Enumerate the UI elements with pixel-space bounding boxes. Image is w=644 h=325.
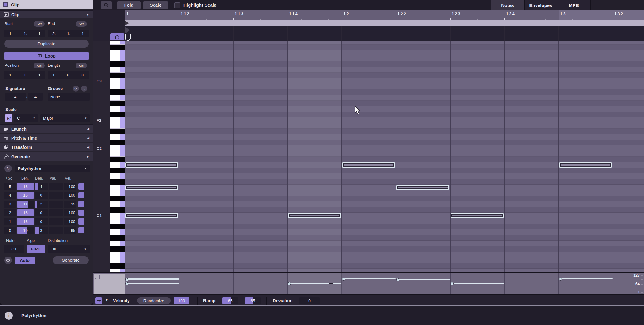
loop-bar[interactable] bbox=[125, 20, 644, 26]
black-key[interactable] bbox=[110, 246, 125, 252]
deviation-field[interactable]: 0 bbox=[299, 297, 320, 304]
velocity-ramp-line[interactable] bbox=[126, 279, 179, 280]
preview-button[interactable] bbox=[110, 33, 124, 40]
velocity-ramp-line[interactable] bbox=[560, 278, 613, 279]
white-key[interactable] bbox=[110, 50, 125, 56]
velocity-cell[interactable]: 100 bbox=[64, 183, 76, 190]
velocity-cell[interactable]: 100 bbox=[64, 209, 76, 216]
velocity-marker[interactable] bbox=[125, 282, 128, 285]
highlight-scale-checkbox[interactable] bbox=[174, 2, 180, 8]
velocity-ramp-line[interactable] bbox=[289, 283, 341, 284]
variation-cell[interactable] bbox=[49, 183, 63, 190]
velocity-cell[interactable]: 65 bbox=[64, 227, 76, 234]
white-key[interactable] bbox=[110, 241, 125, 246]
auto-toggle[interactable]: Auto bbox=[15, 257, 35, 264]
tab-notes[interactable]: Notes bbox=[491, 0, 524, 10]
black-key[interactable] bbox=[110, 157, 125, 162]
ramp-end-field[interactable]: 65 bbox=[245, 297, 261, 304]
end-set-button[interactable]: Set bbox=[76, 21, 87, 27]
piano-keyboard[interactable] bbox=[110, 41, 125, 272]
clip-window-tab[interactable]: Clip bbox=[0, 0, 93, 9]
length-slider[interactable]: 16 bbox=[17, 218, 34, 225]
black-key[interactable] bbox=[110, 235, 125, 241]
white-key[interactable] bbox=[110, 41, 125, 45]
density-slider[interactable]: 0 bbox=[35, 192, 48, 199]
duplicate-button[interactable]: Duplicate bbox=[4, 40, 89, 48]
velocity-lane[interactable]: 127641 bbox=[93, 272, 644, 294]
black-key[interactable] bbox=[110, 179, 125, 185]
density-slider[interactable]: 0 bbox=[35, 209, 48, 216]
white-key[interactable] bbox=[110, 269, 125, 272]
scale-accidentals-icon[interactable]: ♭♯ bbox=[5, 114, 12, 122]
variation-cell[interactable] bbox=[49, 218, 63, 225]
sd-cell[interactable]: 4 bbox=[4, 192, 16, 199]
lane-select-chevron-icon[interactable]: ▼ bbox=[105, 298, 108, 302]
signature-numerator-field[interactable]: 4 bbox=[5, 93, 26, 101]
velocity-marker[interactable] bbox=[451, 282, 454, 285]
white-key[interactable] bbox=[110, 229, 125, 235]
black-key[interactable] bbox=[110, 263, 125, 269]
start-value-field[interactable]: 1.1.1 bbox=[4, 30, 45, 37]
variation-cell[interactable] bbox=[49, 209, 63, 216]
white-key[interactable] bbox=[110, 117, 125, 123]
black-key[interactable] bbox=[110, 101, 125, 106]
variation-cell[interactable] bbox=[49, 227, 63, 234]
white-key[interactable] bbox=[110, 213, 125, 218]
length-slider[interactable]: 10 bbox=[17, 227, 34, 234]
velocity-marker[interactable] bbox=[342, 278, 345, 281]
white-key[interactable] bbox=[110, 218, 125, 224]
white-key[interactable] bbox=[110, 123, 125, 129]
groove-select[interactable]: None bbox=[48, 93, 90, 101]
midi-note[interactable] bbox=[125, 213, 178, 218]
white-key[interactable] bbox=[110, 84, 125, 89]
randomize-amount-field[interactable]: 100 bbox=[174, 297, 189, 304]
velocity-marker[interactable] bbox=[288, 282, 291, 285]
sd-cell[interactable]: 0 bbox=[4, 227, 16, 234]
length-set-button[interactable]: Set bbox=[76, 63, 87, 68]
velocity-color-swatch[interactable] bbox=[78, 192, 84, 198]
scale-name-select[interactable]: Major ▼ bbox=[40, 114, 90, 122]
sd-cell[interactable]: 3 bbox=[4, 201, 16, 208]
clip-start-flag-icon[interactable] bbox=[125, 34, 131, 41]
clip-section-header[interactable]: Clip ▼ bbox=[0, 10, 93, 18]
position-set-button[interactable]: Set bbox=[34, 63, 45, 68]
sd-cell[interactable]: 5 bbox=[4, 183, 16, 190]
velocity-marker[interactable] bbox=[125, 278, 128, 281]
note-value-field[interactable]: C1 bbox=[4, 245, 24, 253]
velocity-cell[interactable]: 100 bbox=[64, 192, 76, 199]
white-key[interactable] bbox=[110, 106, 125, 112]
position-value-field[interactable]: 1.1.1 bbox=[4, 71, 45, 79]
tab-envelopes[interactable]: Envelopes bbox=[525, 0, 557, 10]
fold-button[interactable]: Fold bbox=[117, 1, 141, 9]
velocity-cell[interactable]: 100 bbox=[64, 218, 76, 225]
scale-button[interactable]: Scale bbox=[143, 1, 168, 9]
midi-note[interactable] bbox=[396, 185, 449, 190]
density-slider[interactable]: 2 bbox=[35, 201, 48, 208]
density-slider[interactable]: 4 bbox=[35, 183, 48, 190]
algo-euclidean-toggle[interactable]: Eucl. bbox=[27, 245, 45, 253]
black-key[interactable] bbox=[110, 224, 125, 229]
scale-root-select[interactable]: C ▼ bbox=[14, 114, 38, 122]
generate-section-header[interactable]: Generate ▼ bbox=[0, 152, 93, 161]
white-key[interactable] bbox=[110, 56, 125, 61]
velocity-color-swatch[interactable] bbox=[78, 210, 84, 216]
black-key[interactable] bbox=[110, 168, 125, 173]
variation-cell[interactable] bbox=[49, 192, 63, 199]
end-value-field[interactable]: 2.1.1 bbox=[48, 30, 89, 37]
midi-clip-icon[interactable] bbox=[4, 257, 12, 264]
white-key[interactable] bbox=[110, 162, 125, 168]
black-key[interactable] bbox=[110, 89, 125, 95]
midi-note[interactable] bbox=[559, 162, 612, 168]
search-button[interactable] bbox=[101, 1, 112, 9]
length-slider[interactable]: 16 bbox=[17, 209, 34, 216]
velocity-cell[interactable]: 95 bbox=[64, 201, 76, 208]
velocity-color-swatch[interactable] bbox=[78, 183, 84, 190]
black-key[interactable] bbox=[110, 140, 125, 145]
white-key[interactable] bbox=[110, 134, 125, 140]
black-key[interactable] bbox=[110, 129, 125, 134]
transform-section-header[interactable]: Transform ◀ bbox=[0, 143, 93, 151]
black-key[interactable] bbox=[110, 207, 125, 213]
velocity-ramp-line[interactable] bbox=[452, 283, 504, 284]
length-slider[interactable]: 16 bbox=[17, 183, 34, 190]
black-key[interactable] bbox=[110, 45, 125, 50]
